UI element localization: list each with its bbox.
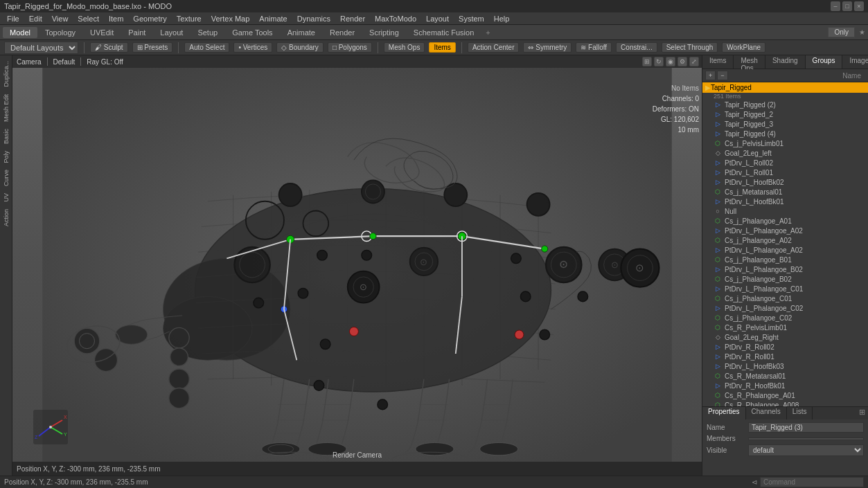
vertices-button[interactable]: • Vertices (233, 42, 272, 53)
sidebar-tab-action[interactable]: Action (1, 206, 11, 229)
prop-name-input[interactable] (748, 422, 864, 433)
polygons-button[interactable]: □ Polygons (328, 42, 372, 53)
viewport-render-mode-label[interactable]: Default (53, 58, 76, 66)
list-item[interactable]: ⬡ Cs_j_Metatarsal01 (702, 187, 868, 197)
viewport-icon-expand[interactable]: ⤢ (689, 57, 699, 66)
menu-geometry[interactable]: Geometry (129, 14, 170, 24)
list-item[interactable]: ◇ Goal_2Leg_Right (702, 332, 868, 342)
list-item[interactable]: ▷ PtDrv_L_Roll02 (702, 158, 868, 168)
list-item[interactable]: ▷ PtDrv_L_Roll01 (702, 168, 868, 177)
tab-items[interactable]: Items (702, 55, 734, 69)
command-input[interactable] (760, 477, 864, 487)
list-item[interactable]: ⬡ Cs_j_Phalangoe_C01 (702, 293, 868, 303)
list-item[interactable]: ▷ Tapir_Rigged (2) (702, 100, 868, 109)
tab-setup[interactable]: Setup (191, 27, 224, 38)
groups-remove-button[interactable]: − (717, 71, 727, 80)
menu-dynamics[interactable]: Dynamics (293, 14, 335, 24)
list-item[interactable]: ▷ PtDrv_R_HoofBk01 (702, 381, 868, 390)
viewport-icon-settings[interactable]: ⚙ (677, 57, 687, 66)
sidebar-tab-poly[interactable]: Poly (1, 148, 11, 166)
tab-render[interactable]: Render (323, 27, 362, 38)
tab-mesh-ops[interactable]: Mesh Ops (734, 55, 765, 69)
viewport-canvas[interactable]: ⊙ ⊙ (12, 68, 702, 462)
viewport-icon-grid[interactable]: ⊞ (642, 57, 652, 66)
list-item[interactable]: ⬡ Cs_j_PelvisLimb01 (702, 138, 868, 148)
list-item[interactable]: ○ Null (702, 206, 868, 216)
menu-select[interactable]: Select (73, 14, 103, 24)
presets-button[interactable]: ⊞ Presets (132, 42, 173, 53)
list-item[interactable]: ▷ PtDrv_R_Roll02 (702, 342, 868, 352)
list-item[interactable]: ▷ Tapir_Rigged_3 (702, 119, 868, 129)
prop-visible-select[interactable]: default on off (748, 444, 864, 456)
menu-help[interactable]: Help (490, 14, 514, 24)
only-badge[interactable]: Only (828, 27, 855, 37)
list-item[interactable]: ▷ PtDrv_L_Phalangoe_C01 (702, 284, 868, 293)
tab-game-tools[interactable]: Game Tools (225, 27, 280, 38)
tab-paint[interactable]: Paint (121, 27, 152, 38)
list-item[interactable]: ◇ Goal_2Leg_left (702, 148, 868, 158)
menu-animate[interactable]: Animate (255, 14, 291, 24)
symmetry-button[interactable]: ⇔ Symmetry (523, 42, 572, 53)
tab-schematic-fusion[interactable]: Schematic Fusion (407, 27, 481, 38)
menu-layout[interactable]: Layout (422, 14, 453, 24)
falloff-button[interactable]: ≋ Falloff (576, 42, 612, 53)
tab-animate[interactable]: Animate (281, 27, 322, 38)
viewport-icon-camera[interactable]: ◉ (666, 57, 675, 66)
list-item[interactable]: ▷ PtDrv_L_Phalangoe_C02 (702, 303, 868, 313)
viewport-camera-label[interactable]: Camera (17, 58, 42, 66)
tab-images[interactable]: Images (842, 55, 868, 69)
menu-vertex-map[interactable]: Vertex Map (207, 14, 254, 24)
group-root-item[interactable]: ▶ Tapir_Rigged (702, 82, 868, 93)
layout-dropdown[interactable]: Default Layouts (4, 42, 78, 54)
list-item[interactable]: ▷ PtDrv_L_Phalangoe_A02 (702, 245, 868, 255)
list-item[interactable]: ⬡ Cs_R_PelvisLimb01 (702, 323, 868, 332)
list-item[interactable]: ▷ PtDrv_L_Phalangoe_B02 (702, 264, 868, 274)
tab-scripting[interactable]: Scripting (362, 27, 406, 38)
sidebar-tab-duplica[interactable]: Duplica... (1, 58, 11, 90)
menu-system[interactable]: System (454, 14, 488, 24)
constrain-button[interactable]: Constrai... (616, 42, 657, 53)
viewport[interactable]: Camera Default Ray GL: Off ⊞ ↻ ◉ ⚙ ⤢ (12, 55, 702, 476)
list-item[interactable]: ⬡ Cs_R_Phalangoe_A008 (702, 400, 868, 406)
groups-add-button[interactable]: + (705, 71, 716, 80)
viewport-raygl-label[interactable]: Ray GL: Off (87, 58, 123, 66)
prop-tab-channels[interactable]: Channels (746, 407, 787, 419)
mesh-ops-button[interactable]: Mesh Ops (384, 42, 425, 53)
prop-expand-button[interactable]: ⊞ (856, 407, 868, 419)
list-item[interactable]: ▷ PtDrv_L_HoofBk01 (702, 197, 868, 206)
close-button[interactable]: × (854, 1, 864, 11)
sidebar-tab-basic[interactable]: Basic (1, 126, 11, 147)
list-item[interactable]: ⬡ Cs_j_Phalangoe_A01 (702, 216, 868, 226)
items-button[interactable]: Items (429, 42, 455, 53)
list-item[interactable]: ⬡ Cs_j_Phalangoe_C02 (702, 313, 868, 323)
boundary-button[interactable]: ◇ Boundary (276, 42, 324, 53)
tab-model[interactable]: Model (3, 27, 37, 38)
list-item[interactable]: ▷ PtDrv_R_Roll01 (702, 352, 868, 361)
select-through-button[interactable]: Select Through (662, 42, 718, 53)
tab-topology[interactable]: Topology (38, 27, 82, 38)
menu-view[interactable]: View (48, 14, 73, 24)
list-item[interactable]: ▷ Tapir_Rigged (4) (702, 129, 868, 138)
list-item[interactable]: ▷ PtDrv_L_HoofBk02 (702, 177, 868, 187)
workplane-button[interactable]: WorkPlane (722, 42, 765, 53)
add-tab-button[interactable]: + (481, 27, 494, 38)
list-item[interactable]: ⬡ Cs_R_Metatarsal01 (702, 371, 868, 381)
tab-groups[interactable]: Groups (806, 55, 843, 69)
auto-select-button[interactable]: Auto Select (184, 42, 229, 53)
list-item[interactable]: ⬡ Cs_j_Phalangoe_B01 (702, 255, 868, 264)
minimize-button[interactable]: – (831, 1, 840, 11)
prop-tab-lists[interactable]: Lists (787, 407, 813, 419)
menu-render[interactable]: Render (336, 14, 369, 24)
viewport-icon-rotate[interactable]: ↻ (654, 57, 664, 66)
list-item[interactable]: ⬡ Cs_R_Phalangoe_A01 (702, 390, 868, 400)
tab-shading[interactable]: Shading (765, 55, 806, 69)
list-item[interactable]: ▷ PtDrv_L_Phalangoe_A02 (702, 226, 868, 235)
menu-texture[interactable]: Texture (172, 14, 206, 24)
menu-maxtomodo[interactable]: MaxToModo (371, 14, 420, 24)
groups-list[interactable]: ▶ Tapir_Rigged 251 Items ▷ Tapir_Rigged … (702, 82, 868, 406)
sidebar-tab-mesh-edit[interactable]: Mesh Edit (1, 91, 11, 125)
tab-layout[interactable]: Layout (153, 27, 190, 38)
list-item[interactable]: ▷ Tapir_Rigged_2 (702, 109, 868, 119)
list-item[interactable]: ⬡ Cs_j_Phalangoe_B02 (702, 274, 868, 284)
sidebar-tab-curve[interactable]: Curve (1, 167, 11, 189)
